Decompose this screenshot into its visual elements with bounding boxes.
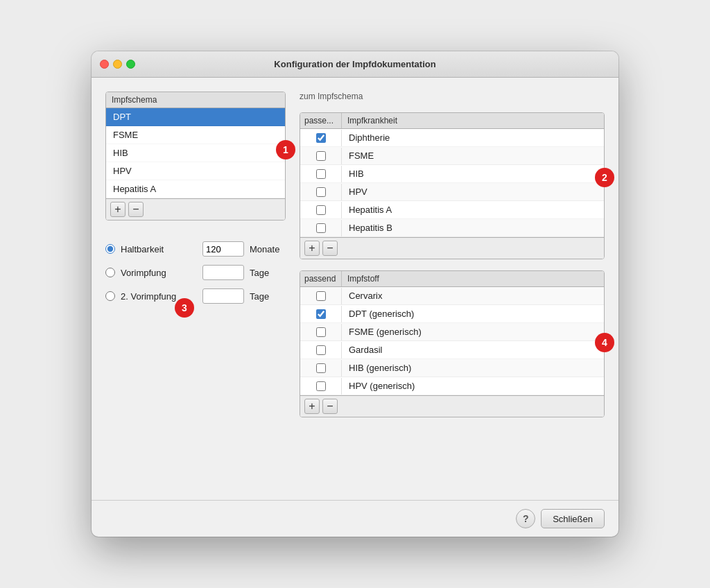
cervarix-checkbox[interactable]	[316, 291, 326, 301]
check-cell	[300, 202, 342, 218]
hepatitisa-checkbox[interactable]	[316, 205, 326, 215]
vorimpfung-unit: Tage	[250, 268, 269, 278]
remove-krankheit-button[interactable]: −	[322, 241, 338, 256]
check-cell	[300, 342, 342, 358]
krankheit-name: FSME	[342, 147, 604, 164]
check-cell	[300, 220, 342, 236]
check-cell	[300, 324, 342, 340]
krankheit-table-wrapper: passe... Impfkrankheit Diphtherie	[300, 112, 605, 259]
haltbarkeit-unit: Monate	[250, 244, 279, 254]
vorimpfung2-row: 2. Vorimpfung Tage	[105, 288, 286, 304]
list-item[interactable]: Hepatitis A	[106, 180, 285, 198]
radio-section: Haltbarkeit Monate Vorimpfung Tage	[105, 234, 286, 304]
hepatitisb-checkbox[interactable]	[316, 223, 326, 233]
zum-impfschema-label: zum Impfschema	[300, 92, 605, 101]
impfstoff-name: Cervarix	[342, 287, 604, 304]
krankheit-col1-header: passe...	[300, 113, 342, 128]
check-cell	[300, 288, 342, 304]
minimize-button[interactable]	[113, 60, 122, 69]
list-item[interactable]: HIB	[106, 144, 285, 162]
vorimpfung2-input[interactable]	[202, 288, 244, 304]
gardasil-checkbox[interactable]	[316, 345, 326, 355]
table-row: Gardasil	[300, 341, 604, 359]
impfstoff-name: HPV (generisch)	[342, 377, 604, 395]
table-row: Cervarix	[300, 287, 604, 305]
close-button[interactable]: Schließen	[541, 509, 605, 528]
add-impfschema-button[interactable]: +	[110, 202, 125, 217]
krankheit-name: Diphtherie	[342, 129, 604, 146]
add-krankheit-button[interactable]: +	[304, 241, 320, 256]
check-cell	[300, 148, 342, 164]
list-item[interactable]: FSME	[106, 126, 285, 144]
check-cell	[300, 166, 342, 182]
right-panel: zum Impfschema passe... Impfkrankheit Di…	[300, 92, 605, 486]
add-impfstoff-button[interactable]: +	[304, 399, 320, 414]
impfstoff-name: Gardasil	[342, 341, 604, 358]
vorimpfung-radio[interactable]	[105, 268, 115, 277]
table-row: Hepatitis B	[300, 219, 604, 237]
dpt-generisch-checkbox[interactable]	[316, 309, 326, 319]
hib-checkbox[interactable]	[316, 169, 326, 179]
table-row: Hepatitis A	[300, 201, 604, 219]
left-panel: Impfschema DPT FSME HIB HPV Hepatitis A …	[105, 92, 286, 486]
list-item[interactable]: DPT	[106, 108, 285, 126]
remove-impfschema-button[interactable]: −	[128, 202, 144, 217]
vorimpfung2-label: 2. Vorimpfung	[121, 291, 197, 302]
impfstoff-list-body: Cervarix DPT (generisch) F	[300, 287, 604, 395]
help-button[interactable]: ?	[516, 509, 535, 528]
krankheit-name: HIB	[342, 165, 604, 182]
krankheit-name: HPV	[342, 183, 604, 200]
hpv-checkbox[interactable]	[316, 187, 326, 197]
vorimpfung2-radio[interactable]	[105, 291, 115, 301]
impfstoff-col2-header: Impfstoff	[342, 271, 604, 286]
impfstoff-table-wrapper: passend Impfstoff Cervarix	[300, 270, 605, 417]
haltbarkeit-row: Haltbarkeit Monate	[105, 241, 286, 257]
impfstoff-name: HIB (generisch)	[342, 359, 604, 377]
table-row: Diphtherie	[300, 129, 604, 147]
hpv-generisch-checkbox[interactable]	[316, 381, 326, 391]
table-row: HPV (generisch)	[300, 377, 604, 395]
krankheit-list-body: Diphtherie FSME HIB	[300, 129, 604, 237]
krankheit-name: Hepatitis B	[342, 219, 604, 236]
window-content: Impfschema DPT FSME HIB HPV Hepatitis A …	[92, 78, 618, 500]
krankheit-toolbar: + −	[300, 237, 604, 259]
vorimpfung-input[interactable]	[202, 265, 244, 280]
zoom-button[interactable]	[126, 60, 135, 69]
table-row: FSME (generisch)	[300, 323, 604, 341]
haltbarkeit-radio[interactable]	[105, 244, 115, 254]
krankheit-list-container: passe... Impfkrankheit Diphtherie	[300, 112, 605, 259]
krankheit-col2-header: Impfkrankheit	[342, 113, 604, 128]
remove-impfstoff-button[interactable]: −	[322, 399, 338, 414]
hib-generisch-checkbox[interactable]	[316, 363, 326, 373]
main-window: Konfiguration der Impfdokumentation Impf…	[92, 51, 618, 537]
impfschema-list-container: Impfschema DPT FSME HIB HPV Hepatitis A …	[105, 92, 286, 220]
radio-section-wrapper: Haltbarkeit Monate Vorimpfung Tage	[105, 234, 286, 304]
footer: ? Schließen	[92, 500, 618, 537]
check-cell	[300, 130, 342, 146]
krankheit-header: passe... Impfkrankheit	[300, 113, 604, 129]
table-row: FSME	[300, 147, 604, 165]
krankheit-name: Hepatitis A	[342, 201, 604, 218]
diphtherie-checkbox[interactable]	[316, 133, 326, 143]
table-row: DPT (generisch)	[300, 305, 604, 323]
impfstoff-list-container: passend Impfstoff Cervarix	[300, 270, 605, 417]
impfstoff-header: passend Impfstoff	[300, 271, 604, 287]
impfstoff-col1-header: passend	[300, 271, 342, 286]
traffic-lights	[100, 60, 135, 69]
impfschema-list-body: DPT FSME HIB HPV Hepatitis A	[106, 108, 285, 198]
table-row: HPV	[300, 183, 604, 201]
impfstoff-name: DPT (generisch)	[342, 305, 604, 322]
vorimpfung-row: Vorimpfung Tage	[105, 265, 286, 280]
list-item[interactable]: HPV	[106, 162, 285, 180]
close-button[interactable]	[100, 60, 109, 69]
haltbarkeit-label: Haltbarkeit	[121, 244, 197, 254]
impfschema-header: Impfschema	[106, 92, 285, 108]
check-cell	[300, 360, 342, 377]
fsme-generisch-checkbox[interactable]	[316, 327, 326, 337]
check-cell	[300, 378, 342, 395]
fsme-checkbox[interactable]	[316, 151, 326, 161]
impfstoff-name: FSME (generisch)	[342, 323, 604, 340]
check-cell	[300, 306, 342, 322]
vorimpfung2-unit: Tage	[250, 291, 269, 302]
haltbarkeit-input[interactable]	[202, 241, 244, 257]
